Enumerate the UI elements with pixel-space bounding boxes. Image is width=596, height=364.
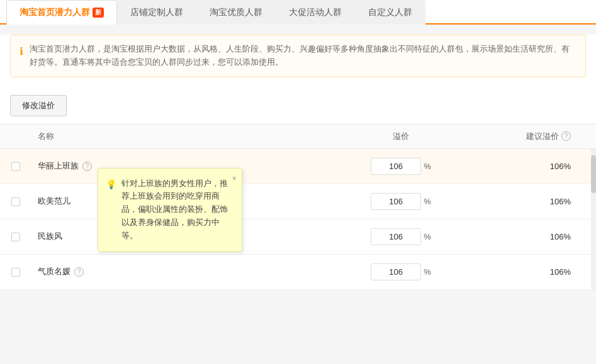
- row-check-col: [0, 231, 31, 241]
- tab-store-custom[interactable]: 店铺定制人群: [117, 0, 196, 25]
- table-row: 气质名媛?%106%: [0, 255, 596, 290]
- suggest-premium-label: 建议溢价: [526, 131, 559, 142]
- modify-premium-button[interactable]: 修改溢价: [10, 95, 67, 116]
- premium-input[interactable]: [371, 193, 421, 210]
- row-premium-col: %: [332, 158, 470, 175]
- row-suggest-col: 106%: [470, 267, 596, 277]
- row-name-text: 华丽上班族: [38, 160, 79, 172]
- row-checkbox-row-1[interactable]: [11, 162, 20, 171]
- tab-badge-taobao-potential: 新: [93, 8, 104, 18]
- table-row: 民族风%106%: [0, 219, 596, 255]
- info-icon: ℹ: [20, 43, 23, 60]
- row-checkbox-row-2[interactable]: [11, 197, 20, 206]
- pct-label: %: [424, 232, 431, 241]
- row-checkbox-row-3[interactable]: [11, 233, 20, 241]
- toolbar: 修改溢价: [0, 87, 596, 124]
- tab-taobao-quality[interactable]: 淘宝优质人群: [196, 0, 276, 25]
- row-check-col: [0, 161, 31, 171]
- scrollbar-thumb[interactable]: [591, 155, 596, 193]
- row-suggest-col: 106%: [470, 162, 596, 171]
- table-wrap: 名称 溢价 建议溢价 ? 华丽上班族?%106%×💡针对上班族的男女性用户，推荐…: [0, 124, 596, 290]
- tooltip-box: ×💡针对上班族的男女性用户，推荐上班族会用到的吃穿用商品，偏职业属性的装扮、配饰…: [98, 168, 242, 252]
- row-premium-col: %: [332, 263, 470, 280]
- pct-label: %: [424, 197, 431, 206]
- header-premium-col: 溢价: [332, 131, 470, 142]
- row-name-col: 气质名媛?: [31, 266, 332, 277]
- tab-promo-activity[interactable]: 大促活动人群: [276, 0, 355, 25]
- tooltip-content: 💡针对上班族的男女性用户，推荐上班族会用到的吃穿用商品，偏职业属性的装扮、配饰以…: [106, 177, 234, 243]
- row-help-icon[interactable]: ?: [74, 267, 84, 277]
- table-header: 名称 溢价 建议溢价 ?: [0, 124, 596, 149]
- header-name-col: 名称: [31, 131, 332, 142]
- row-suggest-col: 106%: [470, 197, 596, 206]
- tooltip-bulb-icon: 💡: [106, 177, 116, 191]
- table-row: 华丽上班族?%106%×💡针对上班族的男女性用户，推荐上班族会用到的吃穿用商品，…: [0, 149, 596, 184]
- row-name-text: 民族风: [38, 231, 62, 242]
- row-name-text: 气质名媛: [38, 266, 70, 277]
- table-row: 欧美范儿%106%: [0, 184, 596, 219]
- row-checkbox-row-4[interactable]: [11, 268, 20, 277]
- premium-input[interactable]: [371, 158, 421, 175]
- header-suggest-col: 建议溢价 ?: [470, 131, 596, 142]
- tooltip-text: 针对上班族的男女性用户，推荐上班族会用到的吃穿用商品，偏职业属性的装扮、配饰以及…: [121, 177, 234, 243]
- content-area: ℹ 淘宝首页潜力人群，是淘宝根据用户大数据，从风格、人生阶段、购买力、兴趣偏好等…: [0, 35, 596, 290]
- row-premium-col: %: [332, 193, 470, 210]
- row-suggest-col: 106%: [470, 232, 596, 241]
- row-premium-col: %: [332, 228, 470, 245]
- info-text: 淘宝首页潜力人群，是淘宝根据用户大数据，从风格、人生阶段、购买力、兴趣偏好等多种…: [30, 43, 576, 69]
- tab-taobao-potential[interactable]: 淘宝首页潜力人群新: [6, 0, 117, 25]
- tabs-bar: 淘宝首页潜力人群新店铺定制人群淘宝优质人群大促活动人群自定义人群: [0, 0, 596, 25]
- table-body: 华丽上班族?%106%×💡针对上班族的男女性用户，推荐上班族会用到的吃穿用商品，…: [0, 149, 596, 290]
- row-name-text: 欧美范儿: [38, 196, 70, 207]
- suggest-help-icon[interactable]: ?: [561, 131, 571, 141]
- pct-label: %: [424, 267, 431, 277]
- tooltip-close-button[interactable]: ×: [232, 172, 237, 185]
- scrollbar-track[interactable]: [591, 149, 596, 290]
- pct-label: %: [424, 162, 431, 171]
- premium-input[interactable]: [371, 228, 421, 245]
- info-box: ℹ 淘宝首页潜力人群，是淘宝根据用户大数据，从风格、人生阶段、购买力、兴趣偏好等…: [10, 35, 586, 77]
- row-check-col: [0, 267, 31, 277]
- row-help-icon[interactable]: ?: [82, 162, 92, 171]
- tab-custom-define[interactable]: 自定义人群: [355, 0, 425, 25]
- premium-input[interactable]: [371, 263, 421, 280]
- row-check-col: [0, 196, 31, 206]
